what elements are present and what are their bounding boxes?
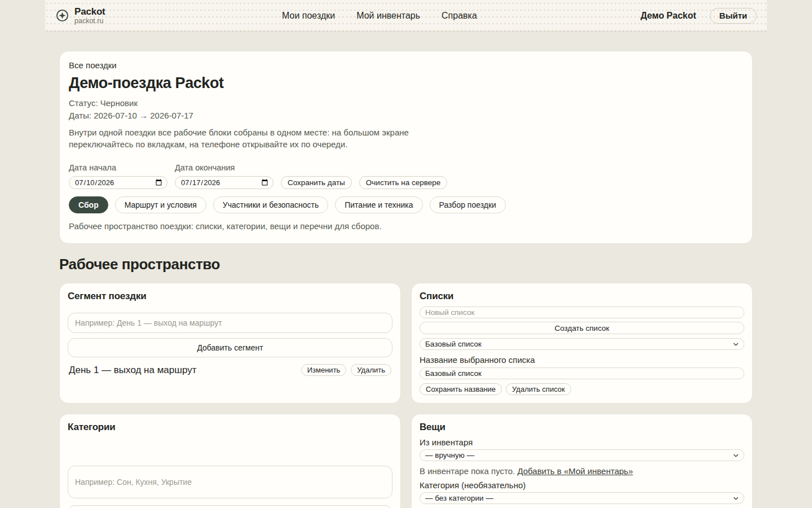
category-select[interactable]: — без категории —: [420, 492, 744, 504]
segments-card: Сегмент поездки Добавить сегмент День 1 …: [59, 283, 401, 404]
dates-row: Дата начала Дата окончания Сохранить дат…: [69, 163, 743, 189]
logo[interactable]: Packot packot.ru: [55, 7, 105, 25]
inventory-empty-note: В инвентаре пока пусто. Добавить в «Мой …: [420, 466, 744, 476]
main-nav: Мои поездки Мой инвентарь Справка: [282, 11, 477, 21]
save-dates-button[interactable]: Сохранить даты: [281, 176, 352, 189]
new-list-input[interactable]: [420, 306, 744, 318]
end-date-label: Дата окончания: [175, 163, 273, 172]
tab-packing[interactable]: Сбор: [69, 196, 108, 213]
tab-trip-review[interactable]: Разбор поездки: [430, 196, 506, 213]
clear-server-button[interactable]: Очистить на сервере: [359, 176, 448, 189]
trip-dates: Даты: 2026-07-10 → 2026-07-17: [69, 110, 743, 122]
start-date-input[interactable]: [69, 176, 167, 189]
nav-my-inventory[interactable]: Мой инвентарь: [356, 11, 420, 21]
delete-segment-button[interactable]: Удалить: [351, 364, 391, 376]
inventory-select[interactable]: — вручную —: [420, 449, 744, 461]
trip-tabs: Сбор Маршрут и условия Участники и безоп…: [69, 196, 743, 213]
nav-my-trips[interactable]: Мои поездки: [282, 11, 335, 21]
categories-card-title: Категории: [68, 422, 392, 433]
trip-description: Внутри одной поездки все рабочие блоки с…: [69, 126, 438, 150]
tab-route-conditions[interactable]: Маршрут и условия: [115, 196, 206, 213]
header-right: Демо Packot Выйти: [641, 8, 757, 24]
workspace-grid: Сегмент поездки Добавить сегмент День 1 …: [59, 283, 753, 508]
main-content: Все поездки Демо-поездка Packot Статус: …: [59, 51, 753, 508]
list-select[interactable]: Базовый список: [420, 338, 744, 350]
item-category-label: Категория (необязательно): [420, 480, 744, 490]
inventory-select-wrap: — вручную —: [420, 449, 744, 461]
add-category-button[interactable]: Добавить категорию: [68, 505, 392, 508]
list-name-label: Название выбранного списка: [420, 355, 744, 365]
app-header: Packot packot.ru Мои поездки Мой инвента…: [45, 0, 767, 32]
segments-card-title: Сегмент поездки: [68, 291, 392, 302]
list-select-wrap: Базовый список: [420, 338, 744, 350]
add-to-inventory-link[interactable]: Добавить в «Мой инвентарь»: [517, 466, 633, 476]
segment-name: День 1 — выход на маршрут: [69, 365, 196, 376]
start-date-field: Дата начала: [69, 163, 167, 189]
categories-card: Категории Добавить категорию: [59, 414, 401, 508]
logout-button[interactable]: Выйти: [710, 8, 757, 24]
end-date-input[interactable]: [175, 176, 273, 189]
save-list-name-button[interactable]: Сохранить название: [420, 383, 502, 395]
lists-card-title: Списки: [420, 291, 744, 302]
logo-title: Packot: [74, 7, 105, 17]
trip-status: Статус: Черновик: [69, 97, 743, 110]
start-date-label: Дата начала: [69, 163, 167, 172]
tab-participants-safety[interactable]: Участники и безопасность: [213, 196, 328, 213]
from-inventory-label: Из инвентаря: [420, 437, 744, 447]
segment-row: День 1 — выход на маршрут Изменить Удали…: [68, 364, 392, 376]
segment-row-actions: Изменить Удалить: [301, 364, 391, 376]
all-trips-link[interactable]: Все поездки: [69, 60, 117, 70]
list-actions: Сохранить название Удалить список: [420, 383, 744, 395]
list-name-input[interactable]: [420, 367, 744, 379]
tab-food-gear[interactable]: Питание и техника: [335, 196, 422, 213]
lists-card: Списки Создать список Базовый список Наз…: [411, 283, 753, 404]
end-date-field: Дата окончания: [175, 163, 273, 189]
edit-segment-button[interactable]: Изменить: [301, 364, 347, 376]
create-list-button[interactable]: Создать список: [420, 322, 744, 334]
trip-title: Демо-поездка Packot: [69, 75, 743, 92]
items-card: Вещи Из инвентаря — вручную — В инвентар…: [411, 414, 753, 508]
nav-help[interactable]: Справка: [442, 11, 477, 21]
category-name-input[interactable]: [68, 466, 392, 498]
category-select-wrap: — без категории —: [420, 492, 744, 504]
items-card-title: Вещи: [420, 422, 744, 433]
compass-star-icon: [55, 8, 69, 23]
tab-caption: Рабочее пространство поездки: списки, ка…: [69, 221, 743, 231]
logo-subtitle: packot.ru: [74, 17, 105, 25]
user-name: Демо Packot: [641, 11, 696, 21]
delete-list-button[interactable]: Удалить список: [506, 383, 571, 395]
inventory-empty-text: В инвентаре пока пусто.: [420, 466, 515, 476]
segment-name-input[interactable]: [68, 313, 392, 333]
trip-card: Все поездки Демо-поездка Packot Статус: …: [59, 51, 753, 244]
add-segment-button[interactable]: Добавить сегмент: [68, 338, 392, 357]
workspace-title: Рабочее пространство: [59, 256, 753, 273]
